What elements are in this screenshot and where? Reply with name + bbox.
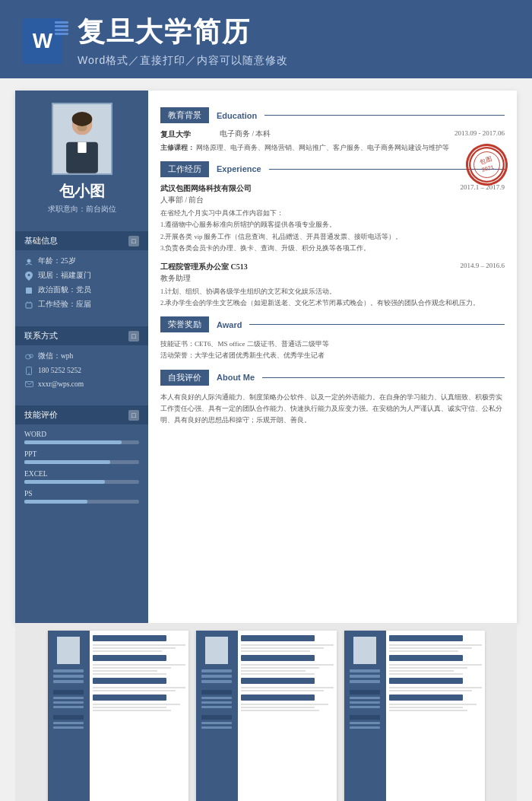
right-content: 包图 2021 教育背景 Education 复旦大学 电子商务 / 本科 20…	[148, 91, 517, 623]
svg-point-17	[466, 144, 508, 186]
awards-title-en: Award	[217, 320, 242, 329]
svg-text:包图: 包图	[479, 156, 492, 166]
skill-word-bar-fill	[24, 440, 122, 444]
svg-point-15	[28, 373, 30, 374]
contact-label: 联系方式	[24, 330, 58, 342]
skill-ps-name: PS	[24, 490, 139, 497]
basic-info-label: 基础信息	[24, 235, 58, 246]
education-title-cn: 教育背景	[160, 107, 209, 123]
awards-section-header: 荣誉奖励 Award	[160, 316, 505, 332]
work-item-2: 工程院管理系办公室 C513 2014.9 – 2016.6 教务助理 1.计划…	[160, 262, 505, 309]
thumbnail-2	[196, 631, 337, 801]
skill-excel-name: EXCEL	[24, 470, 139, 478]
svg-point-6	[27, 259, 31, 262]
work-desc-1-2: 2.开展各类 vip 服务工作（信息查询、礼品赠送、开具普通发票、接听电话等）。	[160, 232, 505, 243]
dept-name-2: 教务助理	[160, 274, 505, 284]
about-title-en: About Me	[217, 373, 255, 382]
photo-area: 包小图 求职意向：前台岗位	[15, 91, 148, 225]
info-location: 现居：福建厦门	[24, 271, 139, 281]
contact-phone: 180 5252 5252	[24, 366, 139, 375]
word-icon: W	[23, 18, 62, 64]
experience-title-cn: 工作经历	[160, 161, 209, 177]
education-section-header: 教育背景 Education	[160, 107, 505, 123]
work-desc-1-1: 1.遵循物中心服务标准向所辖护的顾客提供各项专业服务。	[160, 220, 505, 230]
phone-icon	[24, 366, 33, 375]
person-avatar	[53, 103, 111, 175]
skill-ps-bar-bg	[24, 500, 139, 504]
basic-info-icon: □	[128, 236, 139, 246]
skill-word-name: WORD	[24, 431, 139, 438]
work-desc-2-2: 2.承办学生会的学生文艺晚会（如迎新送老、文化艺术节闭幕式晚会）。有较强的团队合…	[160, 298, 505, 309]
skill-excel-bar-fill	[24, 480, 105, 484]
header-subtitle: Word格式／直接打印／内容可以随意修改	[78, 54, 288, 68]
skill-excel-bar-bg	[24, 480, 139, 484]
skill-excel: EXCEL	[24, 470, 139, 484]
photo-box	[52, 103, 112, 175]
thumbnail-1	[48, 631, 188, 801]
work-desc-1-intro: 在省经九个月实习中具体工作内容如下：	[160, 208, 505, 219]
education-title-en: Education	[217, 111, 257, 120]
thumbnails-row	[15, 623, 517, 801]
contact-header: 联系方式 □	[15, 326, 148, 345]
courses-label: 主修课程：	[160, 144, 195, 151]
svg-rect-8	[26, 288, 32, 294]
skills-header: 技能评价 □	[15, 405, 148, 424]
job-target: 求职意向：前台岗位	[48, 204, 116, 215]
name-area: 包小图 求职意向：前台岗位	[48, 175, 116, 218]
skill-ppt-bar-fill	[24, 460, 110, 464]
work-company-2: 工程院管理系办公室 C513 2014.9 – 2016.6	[160, 262, 505, 272]
skill-ppt-bar-bg	[24, 460, 139, 464]
skill-word: WORD	[24, 431, 139, 444]
edu-school: 复旦大学	[160, 129, 214, 140]
main-content: 包小图 求职意向：前台岗位 基础信息 □ 年龄：25岁	[0, 78, 532, 801]
edu-major: 电子商务 / 本科	[220, 129, 448, 140]
experience-icon	[24, 300, 33, 310]
skill-ppt-name: PPT	[24, 450, 139, 458]
company-name-2: 工程院管理系办公室 C513	[160, 262, 248, 272]
basic-info-content: 年龄：25岁 现居：福建厦门 政治面貌：党员	[15, 250, 148, 320]
contact-icon: □	[128, 331, 139, 342]
education-line	[264, 115, 505, 116]
work-desc-2-1: 1.计划、组织、协调各级学生组织的文艺和文化娱乐活动。	[160, 287, 505, 297]
work-item-1: 武汉包图网络科技有限公司 2017.1 – 2017.9 人事部 / 前台 在省…	[160, 183, 505, 254]
info-age: 年龄：25岁	[24, 256, 139, 266]
experience-title-en: Experience	[217, 164, 261, 173]
stamp: 包图 2021	[461, 139, 512, 190]
svg-rect-9	[26, 303, 32, 308]
about-text: 本人有良好的人际沟通能力、制度策略办公软件、以及一定的外语能力。在自身的学习能力…	[160, 392, 505, 427]
skills-icon: □	[128, 410, 139, 421]
skill-ps: PS	[24, 490, 139, 504]
header: W 复旦大学简历 Word格式／直接打印／内容可以随意修改	[0, 0, 532, 78]
dept-name-1: 人事部 / 前台	[160, 195, 505, 205]
svg-text:2021: 2021	[481, 164, 494, 173]
courses-text: 网络原理、电子商务、网络营销、网站推广、客户服务、电子商务网站建设与维护等	[196, 144, 449, 151]
applicant-name: 包小图	[48, 181, 116, 202]
basic-info-header: 基础信息 □	[15, 231, 148, 250]
svg-rect-5	[78, 142, 86, 153]
info-political: 政治面貌：党员	[24, 285, 139, 295]
skills-content: WORD PPT EXCEL	[15, 424, 148, 516]
experience-text: 工作经验：应届	[38, 300, 91, 310]
awards-line	[249, 324, 505, 325]
skill-ppt: PPT	[24, 450, 139, 464]
contact-wechat: 微信：wph	[24, 351, 139, 361]
location-text: 现居：福建厦门	[38, 271, 91, 281]
political-text: 政治面貌：党员	[38, 285, 91, 295]
phone-text: 180 5252 5252	[38, 367, 81, 374]
email-icon	[24, 380, 33, 389]
education-details: 复旦大学 电子商务 / 本科 2013.09 - 2017.06	[160, 129, 505, 140]
svg-point-13	[29, 354, 33, 358]
skill-word-bar-bg	[24, 440, 139, 444]
stamp-area: 包图 2021	[466, 144, 508, 186]
age-icon	[24, 257, 33, 266]
political-icon	[24, 286, 33, 295]
edu-date: 2013.09 - 2017.06	[454, 129, 505, 140]
wechat-text: 微信：wph	[38, 351, 73, 361]
skills-label: 技能评价	[24, 409, 58, 421]
experience-section-header: 工作经历 Experience	[160, 161, 505, 177]
svg-point-7	[28, 274, 30, 276]
age-text: 年龄：25岁	[38, 256, 76, 266]
svg-point-4	[71, 112, 92, 126]
company-name-1: 武汉包图网络科技有限公司	[160, 183, 252, 194]
about-title-cn: 自我评价	[160, 370, 209, 386]
